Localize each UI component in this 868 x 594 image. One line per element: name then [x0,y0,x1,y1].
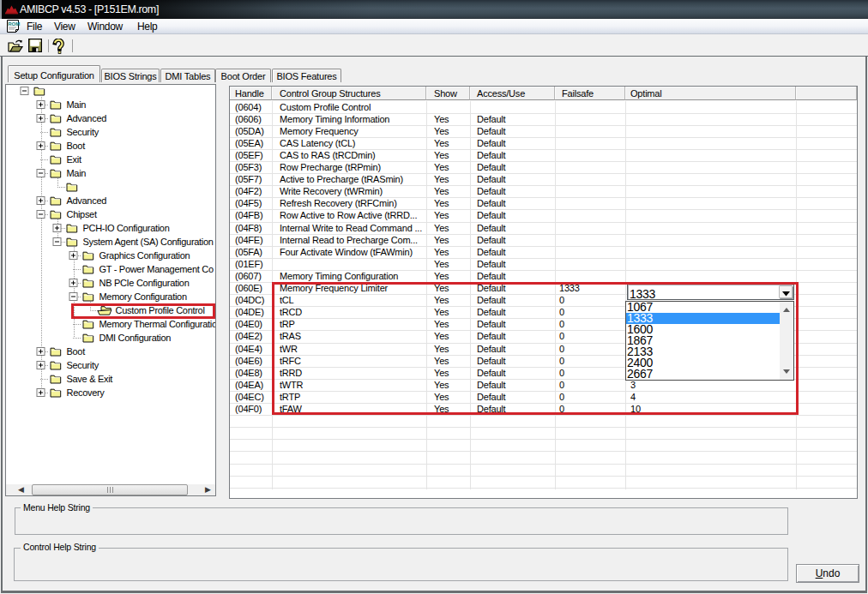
svg-text:Save & Exit: Save & Exit [67,374,113,384]
svg-text:GT - Power Management Co: GT - Power Management Co [99,264,214,274]
svg-text:Boot: Boot [67,141,86,151]
svg-text:PCH-IO Configuration: PCH-IO Configuration [83,223,170,233]
svg-text:Memory Configuration: Memory Configuration [99,291,187,302]
svg-text:Graphics Configuration: Graphics Configuration [99,250,190,261]
svg-text:Recovery: Recovery [67,387,105,398]
svg-text:Advanced: Advanced [67,113,107,123]
svg-text:Exit: Exit [67,154,81,165]
svg-text:Main: Main [67,168,87,178]
svg-text:Main: Main [67,99,87,110]
svg-text:Security: Security [67,127,99,137]
svg-text:Security: Security [67,360,99,370]
svg-text:ROM: ROM [8,21,20,27]
svg-text:NB PCIe Configuration: NB PCIe Configuration [99,278,190,288]
svg-text:System Agent (SA) Configuratio: System Agent (SA) Configuration [83,237,214,247]
svg-text:Boot: Boot [67,346,86,357]
svg-text:Memory Thermal Configuratio: Memory Thermal Configuratio [99,319,216,329]
svg-text:Advanced: Advanced [67,195,107,206]
svg-text:Chipset: Chipset [67,209,97,219]
svg-text:DMI Configuration: DMI Configuration [99,333,172,343]
